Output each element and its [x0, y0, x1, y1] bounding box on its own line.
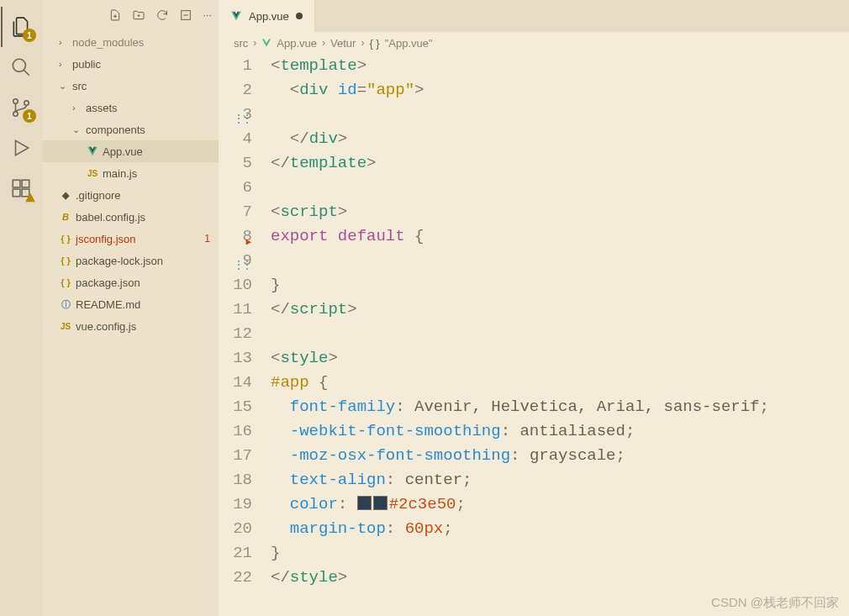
activity-search[interactable] — [1, 47, 41, 87]
breadcrumb-part[interactable]: Vetur — [330, 37, 356, 50]
svg-rect-7 — [22, 180, 29, 187]
vue-icon — [230, 10, 242, 22]
tree-item-label: App.vue — [103, 145, 143, 158]
file-jsconfig.json[interactable]: { }jsconfig.json1 — [42, 228, 219, 250]
json-icon: { } — [59, 277, 72, 287]
json-icon: { } — [59, 234, 72, 244]
svg-point-3 — [24, 101, 29, 105]
chevron-right-icon: › — [59, 37, 69, 47]
file-vue.config.js[interactable]: JSvue.config.js — [42, 315, 219, 337]
file-babel.config.js[interactable]: Bbabel.config.js — [42, 206, 219, 228]
tree-item-label: node_modules — [72, 36, 144, 49]
file-README.md[interactable]: ⓘREADME.md — [42, 293, 219, 315]
breadcrumbs[interactable]: src › App.vue › Vetur › { } "App.vue" — [219, 32, 849, 54]
tab-app-vue[interactable]: App.vue — [219, 0, 315, 32]
refresh-icon[interactable] — [156, 8, 169, 22]
folder-src[interactable]: ⌄src — [42, 75, 219, 97]
file-package-lock.json[interactable]: { }package-lock.json — [42, 250, 219, 271]
file-.gitignore[interactable]: ◆.gitignore — [42, 184, 219, 206]
line-gutter: 123⋮⋮45678▶9⋮⋮10111213141516171819202122 — [219, 54, 271, 616]
svg-point-0 — [13, 59, 25, 71]
chevron-down-icon: ⌄ — [72, 124, 82, 135]
code-content[interactable]: <template> <div id="app"> </div></templa… — [271, 54, 849, 616]
explorer-header: ··· — [42, 0, 219, 29]
explorer-badge: 1 — [23, 29, 36, 42]
activity-scm[interactable]: 1 — [1, 87, 41, 128]
folder-assets[interactable]: ›assets — [42, 97, 219, 118]
tree-item-label: public — [72, 58, 101, 71]
svg-rect-5 — [13, 189, 20, 197]
js-icon: JS — [59, 322, 72, 331]
activity-extensions[interactable] — [1, 168, 41, 208]
tab-label: App.vue — [249, 10, 289, 23]
new-file-icon[interactable] — [108, 8, 122, 22]
folder-public[interactable]: ›public — [42, 53, 219, 75]
tab-bar: App.vue — [219, 0, 849, 32]
more-icon[interactable]: ··· — [203, 8, 212, 21]
tree-item-label: .gitignore — [76, 189, 120, 202]
chevron-right-icon: › — [253, 37, 256, 49]
watermark: CSDN @栈老师不回家 — [711, 595, 839, 611]
folder-node_modules[interactable]: ›node_modules — [42, 31, 219, 53]
tree-item-label: components — [86, 124, 145, 136]
editor-area: App.vue src › App.vue › Vetur › { } "App… — [219, 0, 849, 616]
code-editor[interactable]: 123⋮⋮45678▶9⋮⋮10111213141516171819202122… — [219, 54, 849, 616]
breadcrumb-part[interactable]: App.vue — [277, 37, 317, 50]
activity-debug[interactable] — [1, 128, 41, 168]
vue-icon — [261, 38, 272, 48]
tree-item-label: README.md — [76, 298, 140, 311]
new-folder-icon[interactable] — [132, 8, 145, 22]
tree-item-label: src — [72, 80, 87, 92]
folder-components[interactable]: ⌄components — [42, 118, 219, 140]
chevron-right-icon: › — [72, 103, 82, 113]
git-icon: ◆ — [59, 190, 72, 201]
breadcrumb-part[interactable]: "App.vue" — [385, 37, 433, 50]
tree-item-label: jsconfig.json — [76, 233, 136, 245]
file-tree: ›node_modules›public⌄src›assets⌄componen… — [42, 29, 219, 616]
file-main.js[interactable]: JSmain.js — [42, 162, 219, 184]
braces-icon: { } — [369, 37, 379, 50]
chevron-right-icon: › — [59, 59, 69, 69]
tree-item-label: package-lock.json — [76, 255, 163, 267]
file-App.vue[interactable]: App.vue — [42, 140, 219, 162]
info-icon: ⓘ — [59, 298, 72, 311]
scm-badge: 1 — [23, 109, 36, 123]
collapse-icon[interactable] — [179, 8, 192, 22]
js-icon: JS — [86, 169, 99, 178]
svg-rect-4 — [13, 180, 20, 187]
activity-explorer[interactable]: 1 — [1, 7, 41, 47]
babel-icon: B — [59, 212, 72, 222]
file-package.json[interactable]: { }package.json — [42, 271, 219, 293]
breadcrumb-part[interactable]: src — [234, 37, 248, 50]
extensions-warning-badge — [24, 192, 36, 203]
warning-icon — [24, 192, 36, 203]
search-icon — [10, 56, 32, 78]
vue-icon — [86, 145, 99, 157]
svg-point-1 — [13, 99, 18, 103]
json-icon: { } — [59, 255, 72, 266]
explorer-sidebar: ··· ›node_modules›public⌄src›assets⌄comp… — [42, 0, 219, 616]
tree-item-label: main.js — [103, 167, 137, 180]
tree-item-label: package.json — [76, 276, 140, 289]
dirty-indicator — [296, 13, 303, 19]
chevron-right-icon: › — [322, 37, 325, 49]
tree-item-label: babel.config.js — [76, 211, 145, 224]
activity-bar: 1 1 — [0, 0, 42, 616]
svg-point-2 — [13, 112, 18, 116]
tree-item-label: assets — [86, 102, 118, 114]
play-icon — [10, 137, 32, 159]
error-count: 1 — [204, 233, 210, 245]
chevron-right-icon: › — [361, 37, 364, 49]
chevron-down-icon: ⌄ — [59, 81, 69, 92]
tree-item-label: vue.config.js — [76, 320, 136, 333]
